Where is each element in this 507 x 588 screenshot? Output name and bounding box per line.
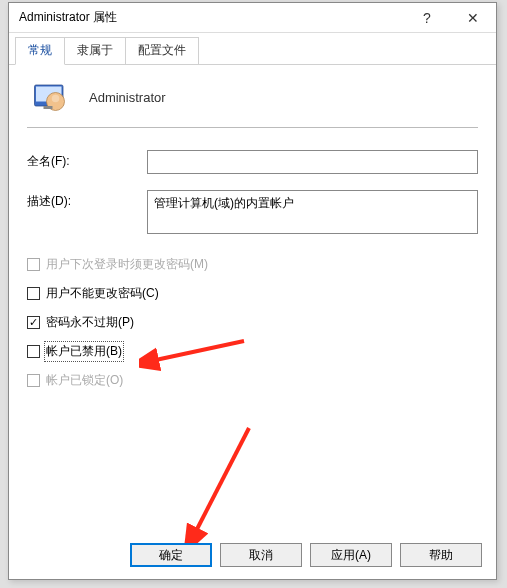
checkbox-account-disabled[interactable]: 帐户已禁用(B): [27, 343, 478, 360]
user-icon: [33, 79, 69, 115]
titlebar[interactable]: Administrator 属性 ? ✕: [9, 3, 496, 33]
help-button-footer[interactable]: 帮助: [400, 543, 482, 567]
account-header: Administrator: [27, 79, 478, 115]
checkbox-icon: [27, 374, 40, 387]
description-input[interactable]: 管理计算机(域)的内置帐户: [147, 190, 478, 234]
checkbox-password-never-expire[interactable]: 密码永不过期(P): [27, 314, 478, 331]
tab-strip: 常规 隶属于 配置文件: [9, 33, 496, 65]
dialog-buttons: 确定 取消 应用(A) 帮助: [130, 543, 482, 567]
cancel-button[interactable]: 取消: [220, 543, 302, 567]
properties-dialog: Administrator 属性 ? ✕ 常规 隶属于 配置文件 Adminis…: [8, 2, 497, 580]
fullname-label: 全名(F):: [27, 150, 147, 170]
annotation-arrow-2: [179, 423, 259, 543]
svg-rect-4: [44, 106, 53, 109]
tab-content: Administrator 全名(F): 描述(D): 管理计算机(域)的内置帐…: [9, 65, 496, 411]
tab-member-of[interactable]: 隶属于: [64, 37, 126, 64]
help-button[interactable]: ?: [404, 3, 450, 32]
checkbox-icon: [27, 316, 40, 329]
svg-line-6: [194, 428, 249, 535]
checkbox-icon: [27, 345, 40, 358]
apply-button[interactable]: 应用(A): [310, 543, 392, 567]
checkbox-icon: [27, 287, 40, 300]
checkbox-must-change-password: 用户下次登录时须更改密码(M): [27, 256, 478, 273]
fullname-input[interactable]: [147, 150, 478, 174]
separator: [27, 127, 478, 128]
close-button[interactable]: ✕: [450, 3, 496, 32]
checkbox-cannot-change-password[interactable]: 用户不能更改密码(C): [27, 285, 478, 302]
account-name: Administrator: [89, 90, 166, 105]
tab-profile[interactable]: 配置文件: [125, 37, 199, 64]
svg-point-3: [52, 95, 60, 103]
ok-button[interactable]: 确定: [130, 543, 212, 567]
checkbox-group: 用户下次登录时须更改密码(M) 用户不能更改密码(C) 密码永不过期(P) 帐户…: [27, 256, 478, 389]
description-label: 描述(D):: [27, 190, 147, 210]
description-row: 描述(D): 管理计算机(域)的内置帐户: [27, 190, 478, 234]
checkbox-account-locked: 帐户已锁定(O): [27, 372, 478, 389]
checkbox-icon: [27, 258, 40, 271]
tab-general[interactable]: 常规: [15, 37, 65, 65]
window-title: Administrator 属性: [19, 9, 404, 26]
fullname-row: 全名(F):: [27, 150, 478, 174]
